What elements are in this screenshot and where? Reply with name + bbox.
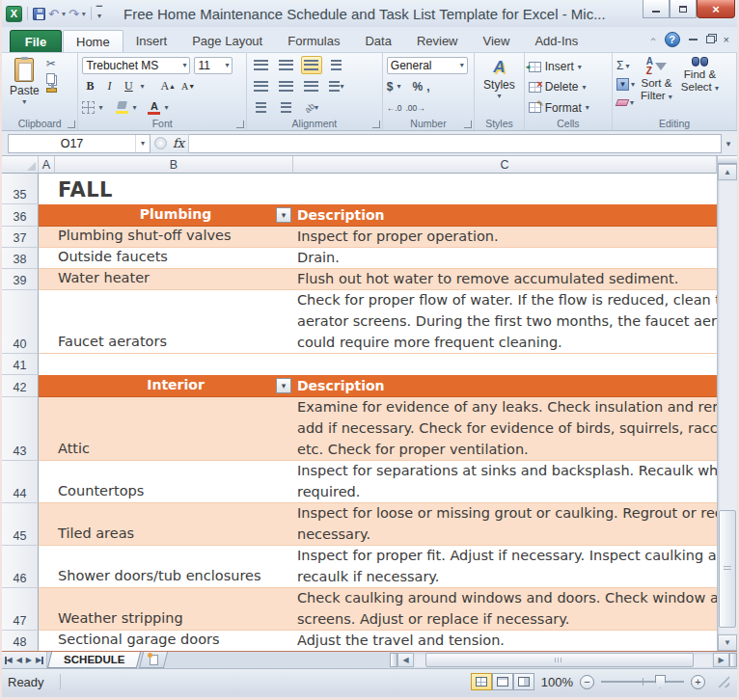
- column-header-a[interactable]: A: [39, 156, 55, 174]
- vertical-scroll-thumb[interactable]: [719, 510, 736, 628]
- scroll-left-icon[interactable]: ◀: [397, 653, 414, 667]
- redo-dropdown-icon[interactable]: ▾: [82, 10, 86, 18]
- bold-button[interactable]: B: [82, 78, 97, 94]
- cell-C38[interactable]: Drain.: [293, 248, 717, 269]
- cell-B39[interactable]: Water heater: [55, 269, 293, 290]
- excel-app-icon[interactable]: X: [6, 6, 22, 22]
- row-header-36[interactable]: 36: [2, 204, 39, 227]
- copy-icon[interactable]: [46, 73, 55, 84]
- cell-B37[interactable]: Plumbing shut-off valves: [55, 227, 293, 248]
- cell-C37[interactable]: Inspect for proper operation.: [293, 227, 717, 248]
- tab-file[interactable]: File: [10, 30, 62, 52]
- row-header-41[interactable]: 41: [2, 354, 39, 375]
- tab-home[interactable]: Home: [63, 30, 123, 52]
- row-header-35[interactable]: 35: [2, 174, 39, 204]
- cell-B40[interactable]: Faucet aerators: [55, 290, 293, 354]
- cell-C44[interactable]: Inspect for separations at sinks and bac…: [293, 461, 717, 503]
- insert-cells-button[interactable]: Insert▾: [529, 58, 608, 75]
- tab-add-ins[interactable]: Add-Ins: [522, 30, 590, 52]
- cell-A47[interactable]: [39, 588, 55, 631]
- autosum-button[interactable]: Σ▾: [616, 58, 635, 73]
- cell-C42[interactable]: Description: [293, 375, 717, 397]
- italic-button[interactable]: I: [101, 78, 117, 94]
- cell-A38[interactable]: [39, 248, 55, 269]
- page-break-view-button[interactable]: [513, 673, 534, 690]
- zoom-slider-thumb[interactable]: [655, 675, 666, 688]
- row-header-48[interactable]: 48: [2, 631, 39, 651]
- row-header-45[interactable]: 45: [2, 503, 39, 546]
- row-header-38[interactable]: 38: [2, 248, 39, 269]
- save-icon[interactable]: [33, 8, 45, 20]
- cell-A42[interactable]: [39, 375, 55, 397]
- cell-A36[interactable]: [39, 204, 55, 227]
- cell-A39[interactable]: [39, 269, 55, 290]
- redo-icon[interactable]: ↷: [68, 8, 79, 20]
- tab-view[interactable]: View: [471, 30, 523, 52]
- workbook-restore-icon[interactable]: [706, 36, 715, 43]
- cell-C40[interactable]: Check for proper flow of water. If the f…: [293, 290, 717, 354]
- row-header-47[interactable]: 47: [2, 588, 39, 631]
- tab-insert[interactable]: Insert: [123, 30, 180, 52]
- align-top-icon[interactable]: [251, 56, 272, 74]
- zoom-level[interactable]: 100%: [541, 675, 573, 689]
- horizontal-scrollbar[interactable]: ◀ ▶: [166, 652, 737, 668]
- insert-function-icon[interactable]: fx: [173, 136, 184, 150]
- cell-C47[interactable]: Check caulking around windows and doors.…: [293, 588, 717, 631]
- scroll-up-icon[interactable]: ▲: [718, 164, 737, 180]
- expand-formula-bar-icon[interactable]: ▾: [722, 139, 735, 148]
- cell-A48[interactable]: [39, 631, 55, 651]
- styles-button[interactable]: A Styles ▾: [479, 56, 519, 117]
- cell-A46[interactable]: [39, 546, 55, 588]
- cell-B41[interactable]: [55, 354, 293, 375]
- insert-worksheet-tab[interactable]: [139, 652, 168, 668]
- format-cells-button[interactable]: Format▾: [529, 99, 608, 117]
- row-header-42[interactable]: 42: [2, 375, 39, 397]
- cell-C41[interactable]: [293, 354, 717, 375]
- row-header-39[interactable]: 39: [2, 269, 39, 290]
- next-sheet-icon[interactable]: ▶: [26, 656, 32, 664]
- zoom-out-icon[interactable]: −: [580, 675, 594, 689]
- cell-B38[interactable]: Outside faucets: [55, 248, 293, 269]
- number-dialog-launcher-icon[interactable]: [464, 121, 472, 128]
- cell-B46[interactable]: Shower doors/tub enclosures: [55, 546, 293, 588]
- help-icon[interactable]: ?: [665, 32, 680, 47]
- column-header-b[interactable]: B: [55, 156, 293, 174]
- cell-A45[interactable]: [39, 503, 55, 546]
- alignment-dialog-launcher-icon[interactable]: [372, 121, 380, 128]
- underline-button[interactable]: U: [121, 78, 136, 94]
- row-header-43[interactable]: 43: [2, 397, 39, 461]
- cell-A44[interactable]: [39, 461, 55, 503]
- cell-C46[interactable]: Inspect for proper fit. Adjust if necess…: [293, 546, 717, 588]
- undo-dropdown-icon[interactable]: ▾: [62, 10, 66, 18]
- delete-cells-button[interactable]: Delete▾: [529, 78, 608, 95]
- paste-button[interactable]: Paste ▾: [6, 56, 43, 117]
- cell-A37[interactable]: [39, 227, 55, 248]
- align-right-icon[interactable]: [301, 77, 322, 95]
- workbook-close-icon[interactable]: ×: [724, 34, 729, 45]
- tab-split-handle[interactable]: [390, 653, 397, 667]
- horizontal-scroll-thumb[interactable]: [425, 653, 694, 667]
- cell-B45[interactable]: Tiled areas: [55, 503, 293, 546]
- filter-dropdown-button[interactable]: ▾: [276, 378, 291, 393]
- vertical-scrollbar[interactable]: ▲ ▼: [717, 156, 737, 651]
- minimize-ribbon-icon[interactable]: ^: [651, 36, 656, 44]
- align-left-icon[interactable]: [251, 77, 272, 95]
- cell-B35[interactable]: FALL: [55, 174, 293, 204]
- first-sheet-icon[interactable]: ◀: [5, 656, 13, 664]
- cell-B48[interactable]: Sectional garage doors: [55, 631, 293, 651]
- fill-color-dropdown-icon[interactable]: ▾: [132, 103, 136, 112]
- cell-C48[interactable]: Adjust the travel and tension.: [293, 631, 717, 651]
- restore-button[interactable]: [670, 0, 697, 18]
- row-header-44[interactable]: 44: [2, 461, 39, 503]
- comma-icon[interactable]: ,: [426, 80, 429, 94]
- font-name-select[interactable]: Trebuchet MS▾: [82, 57, 190, 74]
- cell-C36[interactable]: Description: [293, 204, 717, 227]
- cell-B47[interactable]: Weather stripping: [55, 588, 293, 631]
- sheet-tab-schedule[interactable]: SCHEDULE: [47, 652, 142, 668]
- normal-view-button[interactable]: [471, 673, 492, 690]
- zoom-in-icon[interactable]: +: [691, 675, 705, 689]
- find-select-button[interactable]: Find & Select ▾: [678, 56, 722, 117]
- underline-dropdown-icon[interactable]: ▾: [140, 82, 144, 91]
- merge-center-icon[interactable]: ▾: [326, 77, 347, 95]
- horizontal-scroll-track[interactable]: [414, 653, 713, 667]
